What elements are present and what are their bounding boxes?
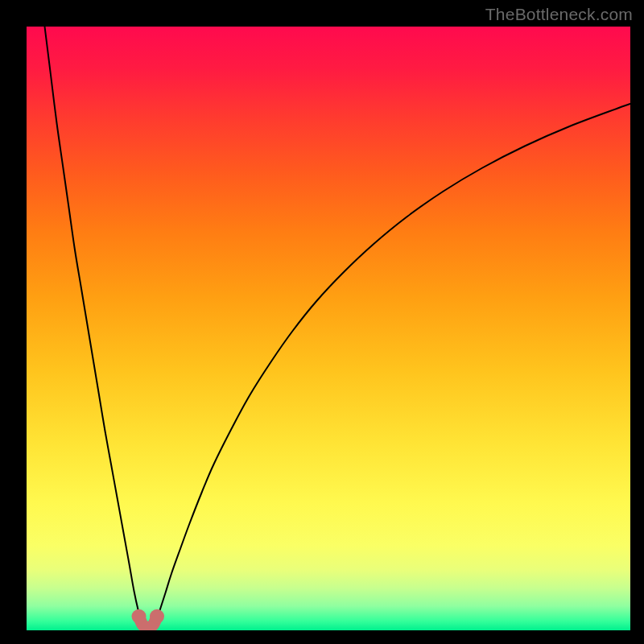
bottleneck-curve-left-branch xyxy=(45,27,145,625)
bottleneck-marker-endpoint xyxy=(132,609,147,624)
curve-layer xyxy=(27,27,630,630)
bottleneck-marker-endpoint xyxy=(150,609,164,624)
bottleneck-curve-right-branch xyxy=(154,104,631,625)
plot-area xyxy=(27,27,630,630)
chart-frame: TheBottleneck.com xyxy=(0,0,644,644)
watermark-text: TheBottleneck.com xyxy=(485,5,633,24)
